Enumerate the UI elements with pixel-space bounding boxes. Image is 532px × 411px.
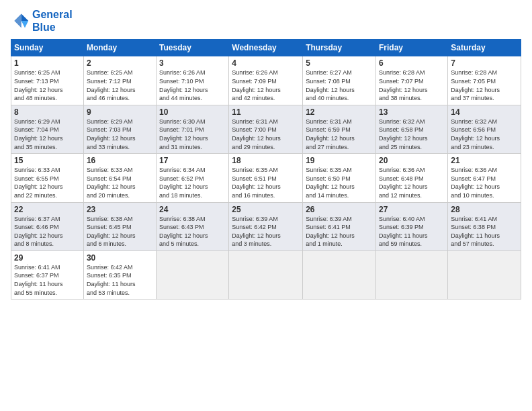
calendar-cell: 4 Sunrise: 6:26 AMSunset: 7:09 PMDayligh… xyxy=(229,56,303,105)
calendar-cell: 29 Sunrise: 6:41 AMSunset: 6:37 PMDaylig… xyxy=(11,250,84,299)
calendar-cell xyxy=(448,250,521,299)
day-number: 28 xyxy=(451,205,518,214)
day-info: Sunrise: 6:31 AMSunset: 6:59 PMDaylight:… xyxy=(306,118,373,151)
day-number: 6 xyxy=(379,58,445,68)
day-number: 19 xyxy=(306,156,373,165)
day-of-week-sunday: Sunday xyxy=(11,40,84,56)
day-number: 9 xyxy=(87,107,153,117)
calendar-cell: 22 Sunrise: 6:37 AMSunset: 6:46 PMDaylig… xyxy=(11,202,84,250)
day-info: Sunrise: 6:35 AMSunset: 6:51 PMDaylight:… xyxy=(232,166,300,199)
day-number: 22 xyxy=(14,205,81,214)
day-number: 17 xyxy=(159,156,226,165)
logo-icon xyxy=(11,11,30,30)
calendar-header: SundayMondayTuesdayWednesdayThursdayFrid… xyxy=(11,40,521,56)
header: General Blue xyxy=(11,8,521,34)
day-of-week-monday: Monday xyxy=(83,40,156,56)
logo: General Blue xyxy=(11,8,73,34)
day-info: Sunrise: 6:26 AMSunset: 7:09 PMDaylight:… xyxy=(232,68,300,102)
day-info: Sunrise: 6:39 AMSunset: 6:42 PMDaylight:… xyxy=(232,215,300,248)
day-number: 27 xyxy=(379,205,445,214)
calendar-cell: 16 Sunrise: 6:33 AMSunset: 6:54 PMDaylig… xyxy=(83,154,156,202)
day-info: Sunrise: 6:32 AMSunset: 6:58 PMDaylight:… xyxy=(379,118,445,151)
logo-general: General xyxy=(32,9,73,20)
calendar-cell: 1 Sunrise: 6:25 AMSunset: 7:13 PMDayligh… xyxy=(11,56,84,105)
svg-marker-0 xyxy=(21,14,29,21)
day-info: Sunrise: 6:26 AMSunset: 7:10 PMDaylight:… xyxy=(159,68,226,102)
calendar-cell: 21 Sunrise: 6:36 AMSunset: 6:47 PMDaylig… xyxy=(448,154,521,202)
calendar-cell: 7 Sunrise: 6:28 AMSunset: 7:05 PMDayligh… xyxy=(448,56,521,105)
day-number: 5 xyxy=(306,58,373,68)
logo-blue: Blue xyxy=(32,21,73,34)
day-info: Sunrise: 6:25 AMSunset: 7:13 PMDaylight:… xyxy=(14,68,81,102)
day-info: Sunrise: 6:38 AMSunset: 6:43 PMDaylight:… xyxy=(159,215,226,248)
calendar-cell: 30 Sunrise: 6:42 AMSunset: 6:35 PMDaylig… xyxy=(83,250,156,299)
day-number: 2 xyxy=(87,58,153,68)
calendar-cell xyxy=(157,250,229,299)
svg-marker-1 xyxy=(21,21,29,28)
day-info: Sunrise: 6:33 AMSunset: 6:54 PMDaylight:… xyxy=(87,166,153,199)
calendar-cell: 12 Sunrise: 6:31 AMSunset: 6:59 PMDaylig… xyxy=(303,105,376,153)
day-number: 20 xyxy=(379,156,445,165)
calendar-cell: 27 Sunrise: 6:40 AMSunset: 6:39 PMDaylig… xyxy=(376,202,448,250)
day-number: 1 xyxy=(14,58,81,68)
day-number: 4 xyxy=(232,58,300,68)
day-info: Sunrise: 6:28 AMSunset: 7:07 PMDaylight:… xyxy=(379,68,445,102)
day-number: 7 xyxy=(451,58,518,68)
day-info: Sunrise: 6:29 AMSunset: 7:03 PMDaylight:… xyxy=(87,118,153,151)
day-info: Sunrise: 6:25 AMSunset: 7:12 PMDaylight:… xyxy=(87,68,153,102)
calendar-cell: 19 Sunrise: 6:35 AMSunset: 6:50 PMDaylig… xyxy=(303,154,376,202)
calendar-cell: 20 Sunrise: 6:36 AMSunset: 6:48 PMDaylig… xyxy=(376,154,448,202)
calendar-cell xyxy=(376,250,448,299)
calendar-cell: 10 Sunrise: 6:30 AMSunset: 7:01 PMDaylig… xyxy=(157,105,229,153)
calendar-cell: 11 Sunrise: 6:31 AMSunset: 7:00 PMDaylig… xyxy=(229,105,303,153)
day-number: 18 xyxy=(232,156,300,165)
day-number: 29 xyxy=(14,253,81,263)
day-number: 14 xyxy=(451,107,518,117)
day-number: 25 xyxy=(232,205,300,214)
calendar-cell: 2 Sunrise: 6:25 AMSunset: 7:12 PMDayligh… xyxy=(83,56,156,105)
day-info: Sunrise: 6:42 AMSunset: 6:35 PMDaylight:… xyxy=(87,263,153,297)
calendar-cell: 24 Sunrise: 6:38 AMSunset: 6:43 PMDaylig… xyxy=(157,202,229,250)
day-info: Sunrise: 6:37 AMSunset: 6:46 PMDaylight:… xyxy=(14,215,81,248)
day-info: Sunrise: 6:33 AMSunset: 6:55 PMDaylight:… xyxy=(14,166,81,199)
calendar-cell: 26 Sunrise: 6:39 AMSunset: 6:41 PMDaylig… xyxy=(303,202,376,250)
day-info: Sunrise: 6:32 AMSunset: 6:56 PMDaylight:… xyxy=(451,118,518,151)
day-info: Sunrise: 6:39 AMSunset: 6:41 PMDaylight:… xyxy=(306,215,373,248)
day-number: 13 xyxy=(379,107,445,117)
day-info: Sunrise: 6:35 AMSunset: 6:50 PMDaylight:… xyxy=(306,166,373,199)
calendar-cell: 28 Sunrise: 6:41 AMSunset: 6:38 PMDaylig… xyxy=(448,202,521,250)
day-number: 10 xyxy=(159,107,226,117)
calendar-cell: 6 Sunrise: 6:28 AMSunset: 7:07 PMDayligh… xyxy=(376,56,448,105)
day-info: Sunrise: 6:29 AMSunset: 7:04 PMDaylight:… xyxy=(14,118,81,151)
days-of-week-row: SundayMondayTuesdayWednesdayThursdayFrid… xyxy=(11,40,521,56)
day-of-week-tuesday: Tuesday xyxy=(157,40,229,56)
day-number: 12 xyxy=(306,107,373,117)
day-number: 30 xyxy=(87,253,153,263)
calendar-cell: 18 Sunrise: 6:35 AMSunset: 6:51 PMDaylig… xyxy=(229,154,303,202)
day-number: 15 xyxy=(14,156,81,165)
day-info: Sunrise: 6:27 AMSunset: 7:08 PMDaylight:… xyxy=(306,68,373,102)
day-number: 23 xyxy=(87,205,153,214)
day-number: 16 xyxy=(87,156,153,165)
calendar-week-2: 8 Sunrise: 6:29 AMSunset: 7:04 PMDayligh… xyxy=(11,105,521,153)
day-number: 3 xyxy=(159,58,226,68)
day-info: Sunrise: 6:30 AMSunset: 7:01 PMDaylight:… xyxy=(159,118,226,151)
calendar-cell xyxy=(303,250,376,299)
calendar-cell: 15 Sunrise: 6:33 AMSunset: 6:55 PMDaylig… xyxy=(11,154,84,202)
calendar-cell: 5 Sunrise: 6:27 AMSunset: 7:08 PMDayligh… xyxy=(303,56,376,105)
day-number: 21 xyxy=(451,156,518,165)
calendar-cell: 23 Sunrise: 6:38 AMSunset: 6:45 PMDaylig… xyxy=(83,202,156,250)
calendar-page: General Blue SundayMondayTuesdayWednesda… xyxy=(0,0,532,411)
day-number: 24 xyxy=(159,205,226,214)
day-info: Sunrise: 6:36 AMSunset: 6:48 PMDaylight:… xyxy=(379,166,445,199)
calendar-cell: 14 Sunrise: 6:32 AMSunset: 6:56 PMDaylig… xyxy=(448,105,521,153)
calendar-body: 1 Sunrise: 6:25 AMSunset: 7:13 PMDayligh… xyxy=(11,56,521,300)
calendar-cell: 3 Sunrise: 6:26 AMSunset: 7:10 PMDayligh… xyxy=(157,56,229,105)
day-info: Sunrise: 6:40 AMSunset: 6:39 PMDaylight:… xyxy=(379,215,445,248)
calendar-week-5: 29 Sunrise: 6:41 AMSunset: 6:37 PMDaylig… xyxy=(11,250,521,299)
calendar-week-1: 1 Sunrise: 6:25 AMSunset: 7:13 PMDayligh… xyxy=(11,56,521,105)
day-info: Sunrise: 6:28 AMSunset: 7:05 PMDaylight:… xyxy=(451,68,518,102)
day-number: 26 xyxy=(306,205,373,214)
calendar-cell: 17 Sunrise: 6:34 AMSunset: 6:52 PMDaylig… xyxy=(157,154,229,202)
day-number: 8 xyxy=(14,107,81,117)
